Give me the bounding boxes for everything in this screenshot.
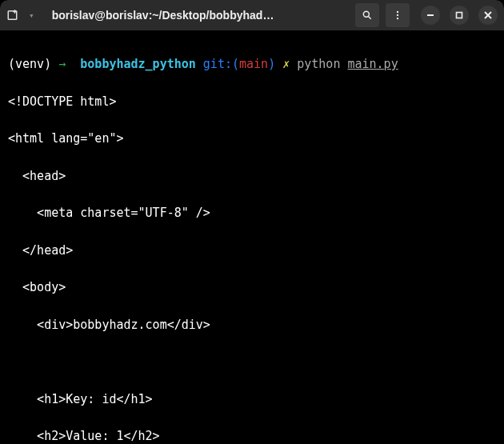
output-line: <body> <box>8 278 496 297</box>
output-line: </head> <box>8 242 496 260</box>
search-icon <box>362 10 373 21</box>
git-paren-open: ( <box>232 57 239 71</box>
output-line: <!DOCTYPE html> <box>8 93 496 111</box>
prompt-line-1: (venv) → bobbyhadz_python git:(main) ✗ p… <box>8 55 496 74</box>
prompt-arrow: → <box>58 57 66 71</box>
kebab-menu-icon <box>392 10 403 21</box>
maximize-icon <box>455 11 463 19</box>
output-line: <html lang="en"> <box>8 130 496 148</box>
git-branch: main <box>239 57 268 71</box>
search-button[interactable] <box>355 3 379 27</box>
minimize-button[interactable] <box>421 6 440 25</box>
titlebar-left: ▾ <box>6 8 34 22</box>
output-line: <h2>Value: 1</h2> <box>8 427 496 444</box>
command-arg: main.py <box>347 57 398 71</box>
command-name: python <box>297 57 340 71</box>
window-controls <box>421 6 498 25</box>
svg-line-4 <box>368 16 370 18</box>
svg-point-5 <box>397 11 398 13</box>
chevron-down-icon[interactable]: ▾ <box>29 10 34 21</box>
menu-button[interactable] <box>386 3 410 27</box>
git-label: git: <box>203 57 232 71</box>
svg-point-6 <box>397 14 398 16</box>
output-line: <head> <box>8 167 496 186</box>
minimize-icon <box>426 11 434 19</box>
cwd-folder: bobbyhadz_python <box>80 57 196 71</box>
svg-point-7 <box>397 18 398 19</box>
window-titlebar: ▾ borislav@borislav:~/Desktop/bobbyhadz_… <box>0 0 504 30</box>
output-line: <div>bobbyhadz.com</div> <box>8 316 496 334</box>
dirty-indicator: ✗ <box>282 57 290 71</box>
close-button[interactable] <box>478 6 498 25</box>
output-line: <meta charset="UTF-8" /> <box>8 204 496 222</box>
window-title: borislav@borislav:~/Desktop/bobbyhadz_..… <box>52 9 276 22</box>
output-line: <h1>Key: id</h1> <box>8 390 496 409</box>
venv-indicator: (venv) <box>8 57 51 71</box>
svg-rect-9 <box>457 13 462 18</box>
svg-point-3 <box>363 11 369 17</box>
terminal-body[interactable]: (venv) → bobbyhadz_python git:(main) ✗ p… <box>0 30 504 444</box>
close-icon <box>484 11 492 19</box>
new-tab-icon[interactable] <box>6 8 21 22</box>
maximize-button[interactable] <box>450 6 469 25</box>
git-paren-close: ) <box>268 57 275 71</box>
